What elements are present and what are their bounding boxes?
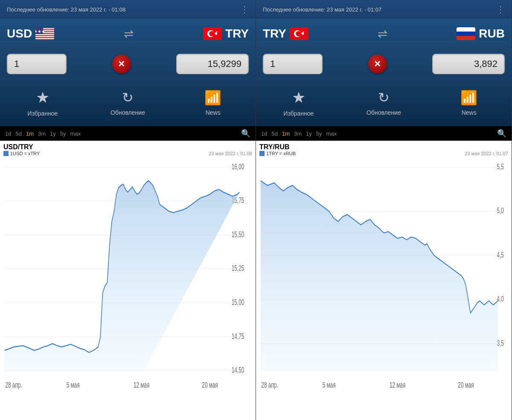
time-max-1[interactable]: max <box>70 130 81 137</box>
chart-area-2: 1d 5d 1m 3m 1y 5y max 🔍 TRY/RUB 1TRY = x… <box>256 126 512 420</box>
svg-text:16,00: 16,00 <box>232 162 244 171</box>
input-row-1: 1 15,9299 <box>0 49 256 79</box>
svg-rect-4 <box>35 34 54 35</box>
chart-legend-1: 1USD = xTRY <box>3 151 40 156</box>
input-row-2: 1 3,892 <box>256 49 512 79</box>
time-5d-2[interactable]: 5d <box>271 130 277 137</box>
legend-dot-2 <box>259 151 265 156</box>
to-code-1: TRY <box>225 27 249 41</box>
more-menu-1[interactable]: ⋮ <box>240 5 249 14</box>
time-3m-1[interactable]: 3m <box>38 130 46 137</box>
chart-container-2: TRY/RUB 1TRY = xRUB 23 мая 2022 г. 01:07… <box>256 141 512 420</box>
refresh-btn-2[interactable]: ↻ Обновление <box>341 90 427 116</box>
svg-text:28 апр.: 28 апр. <box>262 381 278 389</box>
svg-text:20 мая: 20 мая <box>202 381 218 389</box>
flag-tr-1 <box>203 27 222 40</box>
last-update-1: Последнее обновление: 23 мая 2022 г. - 0… <box>7 6 125 13</box>
refresh-label-1: Обновление <box>111 109 145 116</box>
rss-icon-2: 📶 <box>460 90 477 106</box>
action-row-1: ★ Избранное ↻ Обновление 📶 News <box>0 79 256 126</box>
from-code-1: USD <box>7 27 32 41</box>
refresh-icon-1: ↻ <box>122 90 134 106</box>
chart-pair-1: USD/TRY <box>3 143 252 151</box>
favorites-btn-1[interactable]: ★ Избранное <box>0 89 85 117</box>
time-max-2[interactable]: max <box>326 130 337 137</box>
chart-svg-1: 16,00 15,75 15,50 15,25 15,00 14,75 14,5… <box>0 157 256 415</box>
clear-btn-1[interactable] <box>112 55 131 73</box>
time-1m-1[interactable]: 1m <box>26 130 34 137</box>
svg-rect-5 <box>35 36 54 37</box>
time-1y-2[interactable]: 1y <box>306 130 312 137</box>
svg-text:5,0: 5,0 <box>497 207 503 215</box>
chart-legend-2: 1TRY = xRUB <box>259 151 296 156</box>
time-5d-1[interactable]: 5d <box>15 130 21 137</box>
svg-text:4,5: 4,5 <box>497 251 503 259</box>
more-menu-2[interactable]: ⋮ <box>496 5 505 14</box>
refresh-icon-2: ↻ <box>378 90 390 106</box>
news-label-2: News <box>462 109 477 116</box>
from-code-2: TRY <box>263 27 286 41</box>
svg-text:12 мая: 12 мая <box>390 381 405 389</box>
search-icon-2[interactable]: 🔍 <box>497 129 506 138</box>
star-icon-2: ★ <box>292 89 305 107</box>
amount-input-2[interactable]: 1 <box>263 54 323 74</box>
time-1d-1[interactable]: 1d <box>5 130 11 137</box>
news-label-1: News <box>206 109 221 116</box>
svg-text:4,0: 4,0 <box>497 295 503 303</box>
time-5y-2[interactable]: 5y <box>316 130 322 137</box>
legend-text-1: 1USD = xTRY <box>10 151 40 156</box>
time-5y-1[interactable]: 5y <box>60 130 66 137</box>
time-1m-2[interactable]: 1m <box>282 130 290 137</box>
svg-text:5,5: 5,5 <box>497 162 503 171</box>
clear-btn-2[interactable] <box>368 55 387 73</box>
flag-ru-2 <box>457 27 475 40</box>
chart-area-1: 1d 5d 1m 3m 1y 5y max 🔍 USD/TRY 1USD = x… <box>0 126 256 420</box>
svg-text:12 мая: 12 мая <box>134 381 149 389</box>
refresh-label-2: Обновление <box>367 109 401 116</box>
action-row-2: ★ Избранное ↻ Обновление 📶 News <box>256 79 512 126</box>
svg-text:★★★: ★★★ <box>35 29 45 34</box>
news-btn-1[interactable]: 📶 News <box>170 90 256 116</box>
svg-text:15,00: 15,00 <box>232 298 244 307</box>
time-nav-1: 1d 5d 1m 3m 1y 5y max 🔍 <box>0 126 256 141</box>
amount-input-1[interactable]: 1 <box>7 54 67 74</box>
time-1y-1[interactable]: 1y <box>50 130 56 137</box>
swap-icon-2[interactable]: ⇌ <box>378 27 387 41</box>
svg-text:15,25: 15,25 <box>232 264 244 272</box>
chart-subtitle-2: 1TRY = xRUB 23 мая 2022 г. 01:07 <box>259 151 508 156</box>
refresh-btn-1[interactable]: ↻ Обновление <box>85 90 171 116</box>
time-3m-2[interactable]: 3m <box>294 130 302 137</box>
swap-icon-1[interactable]: ⇌ <box>124 27 134 41</box>
search-icon-1[interactable]: 🔍 <box>241 129 250 138</box>
currency-row-1: USD ★★★ ⇌ TRY <box>0 19 256 49</box>
header-2: Последнее обновление: 23 мая 2022 г. - 0… <box>256 0 512 19</box>
svg-rect-6 <box>35 38 54 39</box>
svg-rect-37 <box>457 36 475 40</box>
from-currency-2[interactable]: TRY <box>263 27 308 41</box>
legend-text-2: 1TRY = xRUB <box>266 151 296 156</box>
svg-rect-35 <box>457 27 475 32</box>
panel-try-rub: Последнее обновление: 23 мая 2022 г. - 0… <box>256 0 512 420</box>
svg-text:5 мая: 5 мая <box>67 381 80 389</box>
currency-row-2: TRY ⇌ RUB <box>256 19 512 49</box>
svg-rect-36 <box>457 32 475 36</box>
panel-usd-try: Последнее обновление: 23 мая 2022 г. - 0… <box>0 0 256 420</box>
svg-text:28 апр.: 28 апр. <box>6 381 22 389</box>
svg-point-33 <box>296 31 301 37</box>
legend-dot-1 <box>3 151 9 156</box>
header-1: Последнее обновление: 23 мая 2022 г. - 0… <box>0 0 256 19</box>
favorites-btn-2[interactable]: ★ Избранное <box>256 89 341 117</box>
chart-date-2: 23 мая 2022 г. 01:07 <box>465 151 508 156</box>
svg-text:20 мая: 20 мая <box>458 381 474 389</box>
news-btn-2[interactable]: 📶 News <box>426 90 512 116</box>
from-currency-1[interactable]: USD ★★★ <box>7 27 54 41</box>
time-1d-2[interactable]: 1d <box>261 130 267 137</box>
chart-date-1: 23 мая 2022 г. 01:08 <box>209 151 252 156</box>
to-currency-1[interactable]: TRY <box>203 27 249 41</box>
to-currency-2[interactable]: RUB <box>457 27 505 41</box>
flag-us-1: ★★★ <box>35 27 54 40</box>
favorites-label-1: Избранное <box>27 110 58 117</box>
svg-text:14,75: 14,75 <box>232 332 244 340</box>
chart-pair-2: TRY/RUB <box>259 143 508 151</box>
flag-tr-2 <box>290 27 308 40</box>
